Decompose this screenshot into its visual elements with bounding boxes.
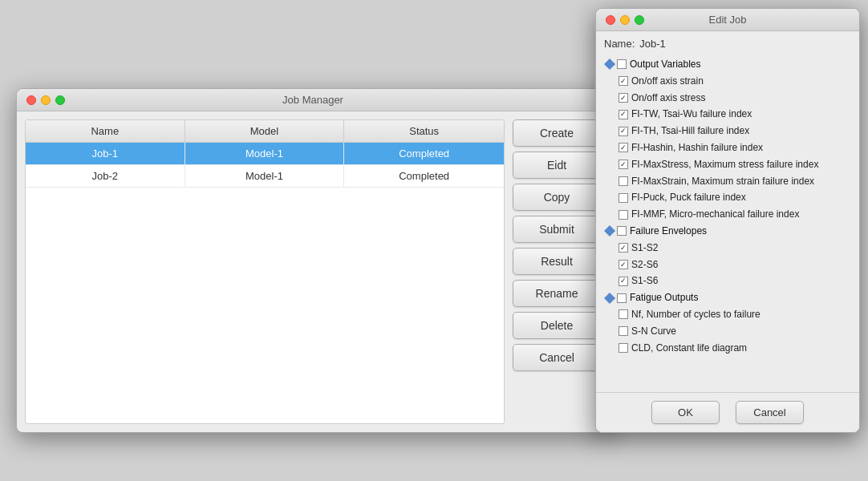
item-checkbox[interactable]: ✓ [619,76,628,86]
job-manager-title: Job Manager [282,94,343,106]
action-buttons: Create Eidt Copy Submit Result Rename De… [513,119,601,424]
item-checkbox[interactable]: ✓ [619,127,628,136]
submit-button[interactable]: Submit [513,216,601,243]
section-checkbox[interactable] [617,59,627,69]
item-label: S1-S2 [631,241,658,255]
cancel-footer-button[interactable]: Cancel [736,401,804,424]
header-status: Status [344,120,504,142]
item-checkbox[interactable]: ✓ [619,93,628,103]
maximize-button[interactable] [55,95,65,105]
tree-item-onoff-strain[interactable]: ✓ On/off axis strain [604,73,851,90]
tree-item-onoff-stress[interactable]: ✓ On/off axis stress [604,90,851,107]
section-checkbox[interactable] [617,226,627,236]
tree-item-fi-tw[interactable]: ✓ FI-TW, Tsai-Wu failure index [604,106,851,123]
item-label: FI-TW, Tsai-Wu failure index [631,107,752,121]
section-label: Output Variables [630,58,701,71]
item-checkbox[interactable]: ✓ [619,160,628,169]
rename-button[interactable]: Rename [513,280,601,307]
item-label: S-N Curve [631,325,676,338]
tree-item-fi-mmf[interactable]: FI-MMF, Micro-mechanical failure index [604,206,851,223]
item-checkbox[interactable]: ✓ [619,277,628,286]
edit-maximize-button[interactable] [635,15,644,25]
name-row: Name: Job-1 [604,38,851,50]
tree-item-s1s6[interactable]: ✓ S1-S6 [604,273,851,289]
edit-traffic-lights [606,15,644,25]
item-label: FI-TH, Tsai-Hill failure index [631,124,749,138]
item-label: On/off axis stress [631,91,705,105]
traffic-lights [26,95,65,105]
edit-job-footer: OK Cancel [596,392,859,432]
edit-button[interactable]: Eidt [513,152,601,179]
name-value: Job-1 [639,38,666,50]
tree-container: Output Variables ✓ On/off axis strain ✓ … [604,56,851,392]
item-checkbox[interactable] [619,176,628,186]
item-checkbox[interactable] [619,326,628,336]
edit-minimize-button[interactable] [620,15,630,25]
job-name-cell: Job-2 [26,165,185,187]
header-name: Name [26,120,185,142]
tree-item-fi-puck[interactable]: FI-Puck, Puck failure index [604,189,851,206]
job-manager-window: Job Manager Name Model Status Job-1 Mode… [16,88,610,433]
create-button[interactable]: Create [513,119,601,147]
section-checkbox[interactable] [617,293,627,303]
tree-item-fi-hashin[interactable]: ✓ FI-Hashin, Hashin failure index [604,139,851,156]
item-label: FI-Hashin, Hashin failure index [631,141,763,155]
minimize-button[interactable] [41,95,51,105]
item-checkbox[interactable]: ✓ [619,110,628,119]
edit-close-button[interactable] [606,15,615,25]
edit-job-title: Edit Job [709,14,747,26]
job-status-cell: Completed [344,143,504,164]
section-failure-envelopes[interactable]: Failure Envelopes [604,223,851,240]
ok-button[interactable]: OK [651,401,720,424]
job-manager-titlebar: Job Manager [17,89,609,111]
item-label: Nf, Number of cycles to failure [631,308,761,321]
edit-job-titlebar: Edit Job [596,9,859,31]
tree-item-s1s2[interactable]: ✓ S1-S2 [604,240,851,257]
item-checkbox[interactable] [619,343,628,353]
item-label: S2-S6 [631,258,658,272]
tree-item-cld[interactable]: CLD, Constant life diagram [604,340,851,357]
tree-item-fi-maxstrain[interactable]: FI-MaxStrain, Maximum strain failure ind… [604,173,851,190]
job-model-cell: Model-1 [185,165,345,187]
close-button[interactable] [26,95,36,105]
jobs-table: Name Model Status Job-1 Model-1 Complete… [25,119,505,424]
section-fatigue-outputs[interactable]: Fatigue Outputs [604,289,851,306]
item-label: CLD, Constant life diagram [631,342,747,355]
edit-job-window: Edit Job Name: Job-1 Output Variables ✓ … [595,8,860,433]
diamond-icon [604,292,615,303]
table-header: Name Model Status [26,120,504,143]
edit-job-body: Name: Job-1 Output Variables ✓ On/off ax… [596,31,859,392]
item-label: FI-MMF, Micro-mechanical failure index [631,208,799,221]
cancel-button[interactable]: Cancel [513,344,601,371]
diamond-icon [604,59,615,70]
item-checkbox[interactable] [619,193,628,203]
name-label: Name: [604,38,635,50]
job-status-cell: Completed [344,165,504,187]
item-checkbox[interactable] [619,210,628,220]
diamond-icon [604,225,615,236]
tree-item-nf[interactable]: Nf, Number of cycles to failure [604,306,851,323]
job-name-cell: Job-1 [26,143,185,164]
table-row[interactable]: Job-1 Model-1 Completed [26,143,504,165]
section-label: Failure Envelopes [630,224,707,238]
item-checkbox[interactable]: ✓ [619,143,628,152]
tree-item-fi-th[interactable]: ✓ FI-TH, Tsai-Hill failure index [604,123,851,139]
tree-item-s2s6[interactable]: ✓ S2-S6 [604,257,851,273]
header-model: Model [185,120,345,142]
tree-item-fi-maxstress[interactable]: ✓ FI-MaxStress, Maximum stress failure i… [604,156,851,173]
item-checkbox[interactable]: ✓ [619,243,628,253]
item-label: FI-MaxStress, Maximum stress failure ind… [631,158,818,172]
job-manager-body: Name Model Status Job-1 Model-1 Complete… [17,111,609,432]
job-model-cell: Model-1 [185,143,345,164]
table-row[interactable]: Job-2 Model-1 Completed [26,165,504,188]
delete-button[interactable]: Delete [513,312,601,339]
tree-item-sn-curve[interactable]: S-N Curve [604,323,851,340]
section-output-variables[interactable]: Output Variables [604,56,851,73]
result-button[interactable]: Result [513,248,601,275]
copy-button[interactable]: Copy [513,184,601,211]
section-label: Fatigue Outputs [630,291,698,305]
item-checkbox[interactable] [619,309,628,319]
item-label: On/off axis strain [631,75,704,88]
item-label: FI-MaxStrain, Maximum strain failure ind… [631,175,814,188]
item-checkbox[interactable]: ✓ [619,260,628,269]
